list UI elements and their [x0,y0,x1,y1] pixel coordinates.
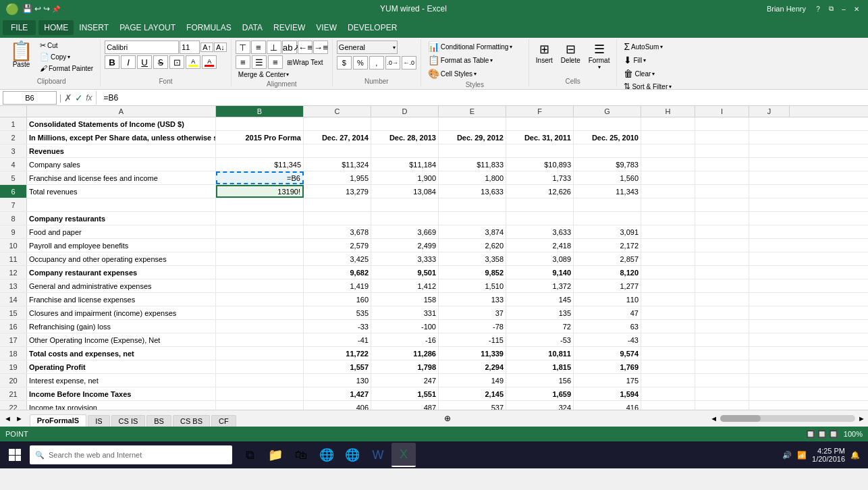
cell-A20[interactable]: Interest expense, net [27,374,216,387]
cell-I16[interactable] [695,320,749,333]
cell-A9[interactable]: Food and paper [27,225,216,238]
cell-H13[interactable] [641,279,695,292]
quick-access-undo[interactable]: ↩ [34,4,41,13]
row-number-14[interactable]: 14 [0,293,27,306]
cell-I21[interactable] [695,387,749,400]
cell-D12[interactable]: 9,501 [371,266,439,279]
cell-E11[interactable]: 3,358 [439,252,506,265]
dollar-button[interactable]: $ [337,56,352,70]
row-number-22[interactable]: 22 [0,401,27,410]
cell-D9[interactable]: 3,669 [371,225,439,238]
conditional-formatting-button[interactable]: 📊 Conditional Formatting ▾ [425,40,516,53]
cell-D11[interactable]: 3,333 [371,252,439,265]
cell-B4[interactable]: $11,345 [216,158,304,171]
bold-button[interactable]: B [105,55,119,69]
speaker-icon[interactable]: 🔊 [782,451,792,460]
cell-I15[interactable] [695,306,749,319]
col-header-e[interactable]: E [439,106,506,117]
cell-I22[interactable] [695,401,749,410]
cell-F20[interactable]: 156 [506,374,574,387]
restore-icon[interactable]: ⧉ [825,3,837,15]
cell-F4[interactable]: $10,893 [506,158,574,171]
cell-B22[interactable] [216,401,304,410]
cell-A6[interactable]: Total revenues [27,185,216,198]
cell-H7[interactable] [641,198,695,211]
quick-access-save[interactable]: 💾 [22,4,32,13]
row-number-3[interactable]: 3 [0,144,27,157]
cell-H8[interactable] [641,212,695,225]
cell-G1[interactable] [574,117,641,130]
fill-button[interactable]: ⬇ Fill ▾ [621,54,649,66]
row-number-15[interactable]: 15 [0,306,27,319]
cell-A18[interactable]: Total costs and expenses, net [27,347,216,360]
menu-insert[interactable]: INSERT [74,20,114,35]
cell-E10[interactable]: 2,620 [439,239,506,252]
cell-I10[interactable] [695,239,749,252]
cell-C7[interactable] [304,198,371,211]
cell-F1[interactable] [506,117,574,130]
cell-D4[interactable]: $11,184 [371,158,439,171]
cell-G11[interactable]: 2,857 [574,252,641,265]
clear-button[interactable]: 🗑 Clear ▾ [621,67,657,80]
cell-H22[interactable] [641,401,695,410]
cell-A8[interactable]: Company restaurants [27,212,216,225]
cell-H20[interactable] [641,374,695,387]
cell-H16[interactable] [641,320,695,333]
cell-A19[interactable]: Operating Profit [27,360,216,373]
cell-B7[interactable] [216,198,304,211]
cell-I18[interactable] [695,347,749,360]
cell-F17[interactable]: -53 [506,333,574,346]
cell-B10[interactable] [216,239,304,252]
cell-G5[interactable]: 1,560 [574,171,641,184]
notification-icon[interactable]: 🔔 [850,451,860,460]
cell-C16[interactable]: -33 [304,320,371,333]
cell-C18[interactable]: 11,722 [304,347,371,360]
col-header-g[interactable]: G [574,106,641,117]
cell-F15[interactable]: 135 [506,306,574,319]
cell-G20[interactable]: 175 [574,374,641,387]
cell-C3[interactable] [304,144,371,157]
cell-D6[interactable]: 13,084 [371,185,439,198]
cell-E15[interactable]: 37 [439,306,506,319]
add-sheet-button[interactable]: ⊕ [437,410,458,427]
col-header-h[interactable]: H [641,106,695,117]
cut-button[interactable]: ✂ Cut [37,40,96,51]
start-button[interactable] [3,443,27,467]
cell-D22[interactable]: 487 [371,401,439,410]
cell-D16[interactable]: -100 [371,320,439,333]
cell-H12[interactable] [641,266,695,279]
merge-center-arrow[interactable]: ▾ [286,72,289,78]
cell-B20[interactable] [216,374,304,387]
cell-D14[interactable]: 158 [371,293,439,306]
word-icon[interactable]: W [366,443,390,467]
col-header-d[interactable]: D [371,106,439,117]
cell-E14[interactable]: 133 [439,293,506,306]
cell-I9[interactable] [695,225,749,238]
number-format-arrow[interactable]: ▾ [393,45,396,51]
cell-F8[interactable] [506,212,574,225]
sheet-tab-proformais[interactable]: ProFormaIS [30,414,86,427]
menu-file[interactable]: FILE [3,20,36,35]
cell-B21[interactable] [216,387,304,400]
cell-B11[interactable] [216,252,304,265]
cell-D20[interactable]: 247 [371,374,439,387]
formula-cancel-button[interactable]: ✗ [64,92,72,103]
cell-F13[interactable]: 1,372 [506,279,574,292]
cell-G9[interactable]: 3,091 [574,225,641,238]
cell-F2[interactable]: Dec. 31, 2011 [506,131,574,144]
cell-G18[interactable]: 9,574 [574,347,641,360]
cell-styles-button[interactable]: 🎨 Cell Styles ▾ [425,67,479,80]
row-number-20[interactable]: 20 [0,374,27,387]
cell-E16[interactable]: -78 [439,320,506,333]
cell-H11[interactable] [641,252,695,265]
clear-arrow[interactable]: ▾ [652,71,655,77]
cell-D10[interactable]: 2,499 [371,239,439,252]
cell-F6[interactable]: 12,626 [506,185,574,198]
cell-A3[interactable]: Revenues [27,144,216,157]
cell-G2[interactable]: Dec. 25, 2010 [574,131,641,144]
underline-button[interactable]: U [137,55,152,69]
cell-D1[interactable] [371,117,439,130]
cell-I8[interactable] [695,212,749,225]
cell-F10[interactable]: 2,418 [506,239,574,252]
fill-arrow[interactable]: ▾ [643,57,646,63]
